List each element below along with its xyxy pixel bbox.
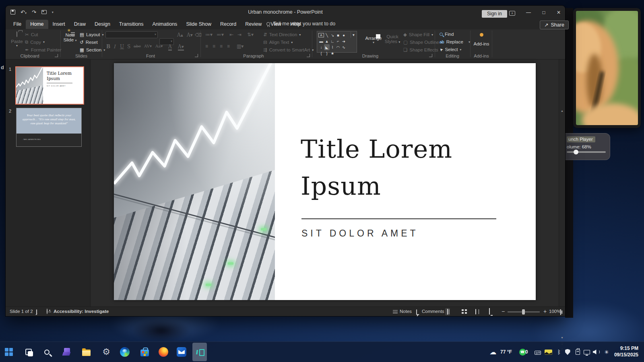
shadow-icon[interactable]: S <box>127 44 130 49</box>
launch-player-button[interactable]: unch Player <box>567 136 595 142</box>
tab-file[interactable]: File <box>9 20 26 29</box>
left-brace-icon[interactable]: { <box>318 50 324 56</box>
new-slide-button[interactable]: ✳ New Slide ▾ <box>62 31 78 42</box>
shapes-gallery-more-icon[interactable]: ▾ <box>351 32 356 38</box>
fit-to-window-icon[interactable] <box>560 309 561 315</box>
align-right-icon[interactable]: ≡ <box>220 43 223 49</box>
brightness-tray-item[interactable]: ✳ <box>599 344 614 360</box>
select-button[interactable]: ➤Select▾ <box>440 47 461 52</box>
start-button[interactable] <box>1 344 17 360</box>
store-button[interactable] <box>137 344 152 360</box>
slide1-thumbnail[interactable]: Title Lorem Ipsum SIT DOLOR AMET <box>15 66 84 105</box>
cut-button[interactable]: ✂Cut <box>25 32 38 37</box>
thunderbird-button[interactable] <box>174 344 189 360</box>
arrange-button[interactable]: Arrange ▾ <box>364 32 383 44</box>
ellipse-shape-icon[interactable]: ● <box>341 32 347 38</box>
align-center-icon[interactable]: ≡ <box>213 43 215 49</box>
slide-sorter-view-button[interactable] <box>460 308 464 311</box>
justify-icon[interactable]: ≡ <box>227 43 230 49</box>
grow-font-icon[interactable]: A▴ <box>177 32 183 38</box>
clear-formatting-icon[interactable]: ⌫ <box>195 32 202 38</box>
comments-toggle[interactable]: Comments <box>422 309 444 314</box>
photo-viewer-window[interactable] <box>573 8 641 128</box>
scribble-shape-icon[interactable]: ⌇ <box>330 44 335 50</box>
font-dialog-launcher-icon[interactable] <box>195 54 198 57</box>
star-shape-icon[interactable]: ★ <box>330 50 335 56</box>
temperature-label[interactable]: 77 °F <box>500 349 512 355</box>
bullets-icon[interactable]: ≔▾ <box>205 32 213 37</box>
line-spacing-icon[interactable]: ⇅▾ <box>247 32 254 37</box>
notification-count[interactable]: 0 <box>525 349 528 355</box>
tab-transitions[interactable]: Transitions <box>115 20 148 29</box>
zoom-in-icon[interactable]: + <box>543 308 547 315</box>
notes-toggle[interactable]: Notes <box>400 309 412 314</box>
edge-button[interactable] <box>117 344 132 360</box>
bold-icon[interactable]: B <box>106 44 110 49</box>
file-explorer-button[interactable] <box>78 344 94 360</box>
line-shape-icon[interactable]: ╲ <box>324 32 330 38</box>
arc-shape-icon[interactable]: ◠ <box>335 44 341 50</box>
slide-canvas[interactable]: Title Lorem Ipsum SIT DOLOR AMET <box>114 63 536 300</box>
arrow-shape-icon[interactable]: ↘ <box>330 32 335 38</box>
tab-design[interactable]: Design <box>90 20 115 29</box>
close-button[interactable]: ✕ <box>553 8 564 16</box>
slideshow-view-button[interactable] <box>487 308 492 315</box>
zoom-out-icon[interactable]: − <box>502 308 505 315</box>
accessibility-status[interactable]: Accessibility: Investigate <box>54 309 109 314</box>
shape-effects-button[interactable]: ❏Shape Effects▾ <box>403 47 442 53</box>
increase-indent-icon[interactable]: ⇥ <box>237 32 242 37</box>
italic-icon[interactable]: I <box>114 44 116 49</box>
slide-subtitle-textbox[interactable]: SIT DOLOR AMET <box>301 228 419 239</box>
slide-title-textbox[interactable]: Title Lorem Ipsum <box>301 131 510 205</box>
tell-me-search[interactable]: Tell me what you want to do <box>266 21 335 27</box>
zoom-slider[interactable] <box>508 311 540 313</box>
highlight-color-icon[interactable]: A <box>168 44 172 51</box>
minimize-button[interactable]: — <box>523 8 534 16</box>
tab-record[interactable]: Record <box>216 20 241 29</box>
font-name-combo[interactable] <box>105 31 158 38</box>
weather-tray-item[interactable]: ☁ <box>485 344 501 360</box>
clipboard-dialog-launcher-icon[interactable] <box>55 54 58 57</box>
section-button[interactable]: ▦Section▾ <box>80 47 105 53</box>
volume-slider-thumb[interactable] <box>574 150 578 154</box>
reset-button[interactable]: ↺Reset <box>80 39 98 45</box>
corner-shape-icon[interactable]: ◣ <box>324 44 330 50</box>
columns-icon[interactable]: ▥▾ <box>237 43 244 49</box>
down-arrow-shape-icon[interactable]: ↓ <box>318 44 324 50</box>
tab-draw[interactable]: Draw <box>70 20 90 29</box>
scroll-down-icon[interactable]: ▼ <box>561 336 564 339</box>
find-button[interactable]: Find <box>440 32 454 37</box>
right-arrow-shape-icon[interactable]: ➔ <box>341 38 347 44</box>
right-brace-icon[interactable]: } <box>324 50 330 56</box>
firefox-button[interactable] <box>156 344 171 360</box>
spellcheck-icon[interactable] <box>36 309 37 315</box>
zoom-level[interactable]: 100% <box>549 309 561 314</box>
replace-button[interactable]: abReplace▾ <box>440 39 470 44</box>
search-button[interactable] <box>39 344 54 360</box>
slide2-thumbnail[interactable]: Your best quote that reflects your appro… <box>16 108 82 147</box>
tab-insert[interactable]: Insert <box>48 20 70 29</box>
rectangle-shape-icon[interactable]: ■ <box>335 32 341 38</box>
sign-in-button[interactable]: Sign in <box>482 10 507 18</box>
task-view-button[interactable] <box>21 344 36 360</box>
editor-scrollbar[interactable]: ▲ ▼ ▲ ▼ <box>559 60 565 306</box>
format-painter-button[interactable]: ✒Format Painter <box>25 47 62 53</box>
taskbar-active-app[interactable] <box>192 343 207 361</box>
strikethrough-icon[interactable]: abc <box>134 44 141 48</box>
normal-view-button[interactable] <box>445 308 450 315</box>
numbering-icon[interactable]: ≕▾ <box>217 32 224 37</box>
taskbar-clock[interactable]: 9:15 PM 09/15/2025 <box>614 345 638 358</box>
maximize-button[interactable]: □ <box>539 8 549 16</box>
elbow-connector-icon[interactable]: ∟ <box>330 38 335 44</box>
textbox-shape-icon[interactable]: A <box>318 33 324 37</box>
text-direction-button[interactable]: ⇵Text Direction▾ <box>263 32 301 37</box>
drawing-dialog-launcher-icon[interactable] <box>429 54 432 57</box>
copy-button[interactable]: ⧉Copy▾ <box>25 39 45 45</box>
character-spacing-icon[interactable]: AV▾ <box>144 44 152 48</box>
align-left-icon[interactable]: ≡ <box>205 43 208 49</box>
zoom-slider-thumb[interactable] <box>522 309 525 315</box>
shapes-gallery[interactable]: A ╲ ↘ ■ ● ▬ ▲ ∟ ⌐ ➔ ↓ ◣ ⌇ ◠ ∿ { } ★ ▾ <box>317 31 357 53</box>
shape-outline-button[interactable]: ▢Shape Outline▾ <box>403 39 443 45</box>
triangle-shape-icon[interactable]: ▲ <box>324 38 330 44</box>
shrink-font-icon[interactable]: A▾ <box>187 32 193 38</box>
